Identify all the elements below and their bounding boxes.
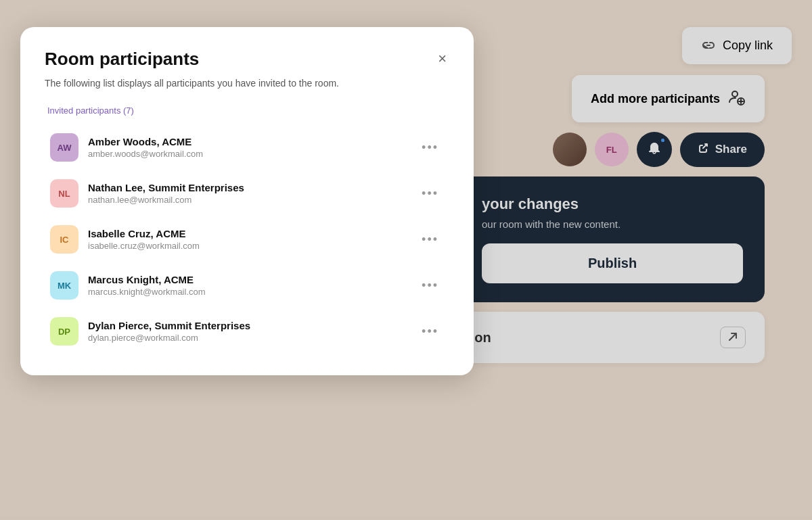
modal-title: Room participants	[45, 49, 199, 70]
participant-name: Isabelle Cruz, ACME	[88, 228, 407, 239]
participant-avatar: NL	[50, 179, 78, 208]
participant-more-button[interactable]: •••	[416, 322, 444, 341]
participant-email: marcus.knight@workmail.com	[88, 287, 407, 297]
participant-more-button[interactable]: •••	[416, 230, 444, 250]
room-participants-modal: Room participants × The following list d…	[20, 27, 474, 375]
participant-info: Isabelle Cruz, ACME isabelle.cruz@workma…	[88, 228, 407, 251]
participant-info: Dylan Pierce, Summit Enterprises dylan.p…	[88, 320, 407, 343]
participant-email: isabelle.cruz@workmail.com	[88, 241, 407, 251]
participant-email: nathan.lee@workmail.com	[88, 195, 407, 205]
participant-email: dylan.pierce@workmail.com	[88, 333, 407, 343]
participant-more-button[interactable]: •••	[416, 138, 444, 158]
list-item: AW Amber Woods, ACME amber.woods@workmai…	[45, 125, 449, 170]
participant-name: Marcus Knight, ACME	[88, 274, 407, 285]
participant-more-button[interactable]: •••	[416, 276, 444, 296]
participant-info: Marcus Knight, ACME marcus.knight@workma…	[88, 274, 407, 297]
participant-name: Amber Woods, ACME	[88, 136, 407, 147]
participant-name: Dylan Pierce, Summit Enterprises	[88, 320, 407, 331]
participant-info: Amber Woods, ACME amber.woods@workmail.c…	[88, 136, 407, 159]
list-item: NL Nathan Lee, Summit Enterprises nathan…	[45, 171, 449, 216]
list-item: IC Isabelle Cruz, ACME isabelle.cruz@wor…	[45, 217, 449, 262]
participant-avatar: AW	[50, 133, 78, 162]
participant-avatar: IC	[50, 225, 78, 254]
participant-name: Nathan Lee, Summit Enterprises	[88, 182, 407, 193]
participant-more-button[interactable]: •••	[416, 184, 444, 204]
participant-email: amber.woods@workmail.com	[88, 149, 407, 159]
participant-avatar: MK	[50, 271, 78, 300]
close-modal-button[interactable]: ×	[435, 49, 449, 69]
section-label: Invited participants (7)	[45, 105, 449, 116]
participant-info: Nathan Lee, Summit Enterprises nathan.le…	[88, 182, 407, 205]
list-item: DP Dylan Pierce, Summit Enterprises dyla…	[45, 309, 449, 354]
modal-description: The following list displays all particip…	[45, 76, 449, 91]
modal-header: Room participants ×	[45, 49, 449, 70]
list-item: MK Marcus Knight, ACME marcus.knight@wor…	[45, 263, 449, 308]
participant-list: AW Amber Woods, ACME amber.woods@workmai…	[45, 125, 449, 354]
participant-avatar: DP	[50, 317, 78, 346]
